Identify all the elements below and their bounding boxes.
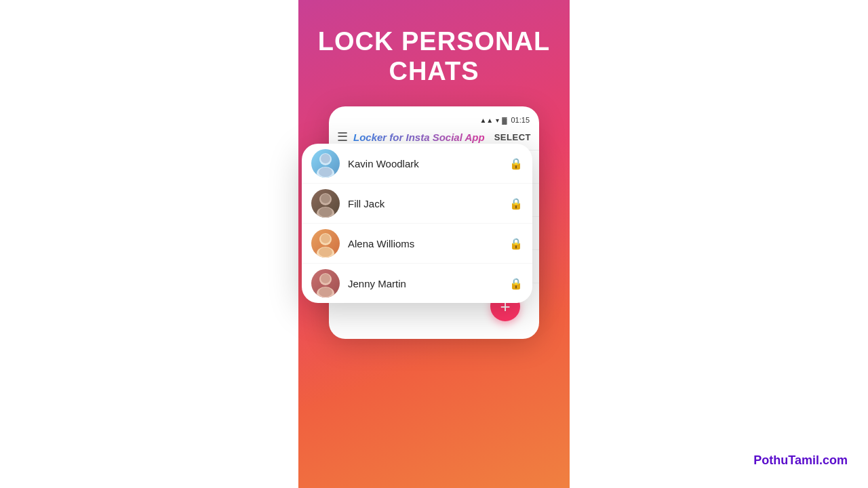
- phone-front: Kavin Woodlark 🔒: [302, 144, 532, 303]
- list-item[interactable]: Fill Jack 🔒: [302, 184, 532, 224]
- lock-icon: 🔒: [509, 197, 523, 210]
- svg-point-19: [319, 247, 332, 257]
- app-title: Locker for Insta Social App: [353, 131, 494, 143]
- headline-line2: CHATS: [318, 57, 550, 87]
- lock-icon: 🔒: [509, 237, 523, 250]
- svg-point-23: [319, 287, 332, 297]
- headline: LOCK PERSONAL CHATS: [318, 27, 550, 86]
- avatar: [311, 189, 340, 218]
- phone-mockup: ▲▲ ▾ ▓ 01:15 ☰ Locker for Insta Social A…: [329, 106, 539, 339]
- select-button[interactable]: SELECT: [494, 132, 531, 142]
- lock-icon: 🔒: [509, 277, 523, 290]
- content-area: LOCK PERSONAL CHATS ▲▲ ▾ ▓ 01:15 ☰ Locke…: [298, 0, 570, 488]
- avatar: [311, 149, 340, 178]
- main-container: PothuTamil.com LOCK PERSONAL CHATS ▲▲ ▾ …: [0, 0, 868, 488]
- svg-point-15: [319, 207, 332, 217]
- avatar: [311, 269, 340, 298]
- time-display: 01:15: [511, 116, 530, 124]
- signal-icon: ▲▲: [479, 117, 493, 124]
- list-item[interactable]: Kavin Woodlark 🔒: [302, 144, 532, 184]
- watermark: PothuTamil.com: [753, 453, 848, 468]
- lock-icon: 🔒: [509, 157, 523, 170]
- status-bar: ▲▲ ▾ ▓ 01:15: [329, 113, 539, 127]
- list-item[interactable]: Alena Willioms 🔒: [302, 224, 532, 264]
- svg-point-11: [319, 167, 332, 177]
- svg-point-22: [321, 274, 330, 283]
- contact-name: Fill Jack: [348, 198, 501, 209]
- contact-name: Jenny Martin: [348, 278, 501, 289]
- battery-icon: ▓: [502, 117, 507, 124]
- svg-point-14: [321, 194, 330, 203]
- svg-point-10: [321, 154, 330, 163]
- avatar: [311, 229, 340, 258]
- headline-line1: LOCK PERSONAL: [318, 27, 550, 57]
- front-contact-list: Kavin Woodlark 🔒: [302, 144, 532, 303]
- hamburger-icon[interactable]: ☰: [337, 129, 348, 144]
- contact-name: Kavin Woodlark: [348, 158, 501, 169]
- svg-point-18: [321, 234, 330, 243]
- wifi-icon: ▾: [496, 117, 499, 124]
- list-item[interactable]: Jenny Martin 🔒: [302, 264, 532, 303]
- contact-name: Alena Willioms: [348, 238, 501, 249]
